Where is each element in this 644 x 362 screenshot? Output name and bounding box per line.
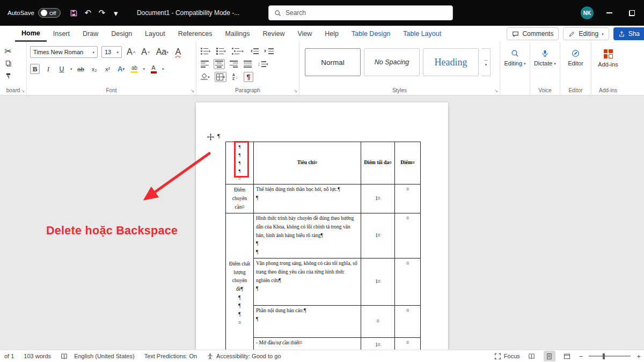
minimize-button[interactable]: [602, 5, 616, 21]
font-size-combo[interactable]: 13▾: [101, 46, 122, 58]
tab-layout[interactable]: Layout: [138, 26, 172, 42]
save-button[interactable]: [67, 5, 81, 21]
criteria-cell[interactable]: Phần nội dung báo cáo:¶ ¶: [254, 306, 361, 338]
focus-button[interactable]: Focus: [494, 353, 520, 360]
line-spacing-button[interactable]: ↕▾: [257, 59, 269, 69]
tab-mailings[interactable]: Mailings: [219, 26, 257, 42]
tab-references[interactable]: References: [172, 26, 219, 42]
tab-review[interactable]: Review: [256, 26, 291, 42]
undo-button[interactable]: ↶: [81, 5, 95, 21]
align-right-button[interactable]: [229, 59, 239, 69]
style-heading[interactable]: Heading: [423, 48, 479, 76]
row-label-quality[interactable]: Điểm chất lượng chuyên đề¶ ¶ ¶ ¶ ¤: [226, 213, 254, 350]
score-cell[interactable]: ¤: [395, 184, 421, 213]
criteria-cell[interactable]: Văn phong trong sáng, không có câu tối n…: [254, 258, 361, 306]
align-center-button[interactable]: [214, 59, 225, 69]
style-normal[interactable]: Normal: [305, 48, 361, 76]
word-count[interactable]: 103 words: [24, 353, 51, 359]
comments-button[interactable]: Comments: [507, 27, 559, 40]
font-color-button[interactable]: A: [149, 64, 158, 74]
language-indicator[interactable]: English (United States): [74, 353, 135, 359]
table-header-score[interactable]: Điểm¤: [395, 142, 421, 184]
show-formatting-marks-button[interactable]: ¶: [244, 72, 253, 82]
accessibility-indicator[interactable]: Accessibility: Good to go: [207, 353, 281, 360]
tab-help[interactable]: Help: [318, 26, 345, 42]
criteria-cell[interactable]: Hình thức trình bày chuyên đề đúng theo …: [254, 213, 361, 258]
subscript-button[interactable]: x₂: [90, 64, 99, 74]
quick-access-chevron-icon[interactable]: ▾: [109, 5, 123, 21]
tab-insert[interactable]: Insert: [47, 26, 76, 42]
score-cell[interactable]: ¤: [395, 258, 421, 306]
align-left-button[interactable]: [200, 59, 210, 69]
highlight-color-button[interactable]: ab: [130, 64, 140, 74]
tab-draw[interactable]: Draw: [76, 26, 105, 42]
format-painter-button[interactable]: [3, 71, 13, 81]
decrease-indent-button[interactable]: [248, 46, 260, 56]
tab-table-design[interactable]: Table Design: [345, 26, 397, 42]
clipboard-dialog-launcher[interactable]: ↘: [21, 89, 25, 93]
max-score-cell[interactable]: 1¤: [361, 338, 395, 350]
font-dialog-launcher[interactable]: ↘: [191, 89, 194, 93]
text-predictions-indicator[interactable]: Text Predictions: On: [144, 353, 197, 359]
increase-indent-button[interactable]: [264, 46, 275, 56]
underline-button[interactable]: U: [57, 64, 67, 74]
dictate-button[interactable]: Dictate▾: [533, 46, 557, 80]
table-header-criteria[interactable]: Tiêu chí¤: [254, 142, 361, 184]
max-score-cell[interactable]: 1¤: [361, 213, 395, 258]
editing-menu-button[interactable]: Editing▾: [503, 46, 526, 80]
editor-button[interactable]: Editor: [564, 46, 588, 80]
tab-view[interactable]: View: [291, 26, 318, 42]
zoom-in-button[interactable]: +: [636, 352, 641, 360]
row-label-attendance[interactable]: Điểm chuyên cần¤: [226, 184, 254, 213]
redo-button[interactable]: ↷: [95, 5, 109, 21]
max-score-cell[interactable]: 1¤: [361, 258, 395, 306]
bullets-button[interactable]: ▾: [200, 46, 211, 56]
addins-button[interactable]: Add-ins: [595, 46, 621, 80]
chevron-down-icon[interactable]: ▾: [143, 67, 145, 71]
font-name-combo[interactable]: Times New Roman▾: [30, 46, 98, 58]
strikethrough-button[interactable]: ab: [76, 64, 86, 74]
justify-button[interactable]: [243, 59, 253, 69]
tab-table-layout[interactable]: Table Layout: [397, 26, 448, 42]
page[interactable]: ¶ ¶ ¶ ¶ ¶ ¤ Tiêu chí¤ Điểm tối đa¤ Điểm¤…: [196, 102, 448, 350]
chevron-down-icon[interactable]: ▾: [70, 67, 72, 71]
score-cell[interactable]: ¤: [395, 213, 421, 258]
restore-button[interactable]: [625, 5, 639, 21]
document-table[interactable]: ¶ ¶ ¶ ¶ ¤ Tiêu chí¤ Điểm tối đa¤ Điểm¤ Đ…: [225, 142, 421, 350]
proofing-button[interactable]: [61, 353, 68, 360]
editing-mode-dropdown[interactable]: Editing ▾: [563, 27, 609, 40]
zoom-slider-thumb[interactable]: [603, 353, 605, 359]
share-button[interactable]: Sha: [613, 27, 644, 40]
search-input[interactable]: Search: [268, 5, 453, 20]
criteria-cell[interactable]: Thể hiện đúng tinh thần học hỏi, nỗ lực.…: [254, 184, 361, 213]
numbering-button[interactable]: ▾: [215, 46, 227, 56]
shading-button[interactable]: ▾: [200, 72, 211, 82]
criteria-cell[interactable]: - Mở đầu/sự cần thiết¤: [254, 338, 361, 350]
autosave-toggle[interactable]: Off: [38, 8, 61, 18]
zoom-slider[interactable]: [589, 356, 631, 357]
table-header-max-score[interactable]: Điểm tối đa¤: [361, 142, 395, 184]
score-cell[interactable]: ¤: [395, 306, 421, 338]
clear-formatting-button[interactable]: A: [173, 47, 183, 57]
style-no-spacing[interactable]: No Spacing: [364, 48, 420, 76]
max-score-cell[interactable]: 1¤: [361, 184, 395, 213]
text-effects-button[interactable]: A▾: [116, 64, 126, 74]
max-score-cell[interactable]: ¤: [361, 306, 395, 338]
table-move-handle-icon[interactable]: [207, 133, 215, 141]
tab-home[interactable]: Home: [15, 26, 47, 42]
account-avatar[interactable]: NK: [581, 6, 594, 19]
paragraph-dialog-launcher[interactable]: ↘: [294, 89, 297, 93]
shrink-font-button[interactable]: A˅: [140, 47, 151, 57]
tab-design[interactable]: Design: [105, 26, 138, 42]
styles-gallery-more-button[interactable]: —▾: [482, 48, 491, 76]
multilevel-list-button[interactable]: ▾: [231, 46, 245, 56]
cut-button[interactable]: ✂: [3, 46, 13, 56]
zoom-out-button[interactable]: −: [579, 352, 583, 360]
print-layout-button[interactable]: [544, 351, 555, 361]
borders-button[interactable]: ▾: [215, 72, 227, 82]
grow-font-button[interactable]: A˄: [126, 47, 136, 57]
page-indicator[interactable]: of 1: [4, 353, 14, 359]
styles-dialog-launcher[interactable]: ↘: [494, 89, 498, 93]
bold-button[interactable]: B: [30, 64, 40, 74]
italic-button[interactable]: I: [43, 64, 53, 74]
